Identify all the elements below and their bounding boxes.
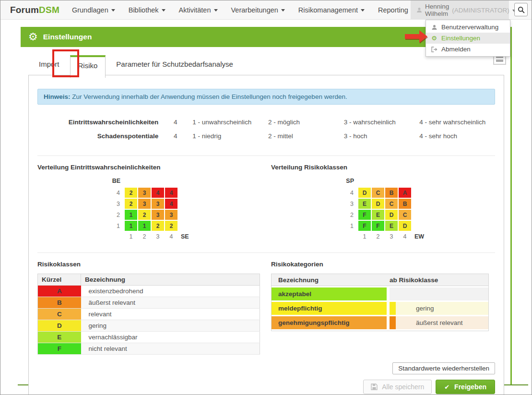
app-logo[interactable]: ForumDSM <box>10 5 59 15</box>
nav-item-label: Grundlagen <box>72 6 108 14</box>
matrix-cell[interactable]: 4 <box>152 188 164 198</box>
matrix-cell[interactable]: B <box>385 188 398 198</box>
risk-category-name-cell[interactable]: genehmigungspflichtig <box>272 316 387 329</box>
matrix-cell[interactable]: 2 <box>165 221 177 231</box>
matrix-cell[interactable]: 2 <box>125 199 137 209</box>
matrix-cell[interactable]: 2 <box>138 210 151 220</box>
matrix-row-label: 2 <box>345 209 358 220</box>
matrix-cell[interactable]: 4 <box>165 199 177 209</box>
table-row: Bäußerst relevant <box>38 297 260 309</box>
risk-class-label-cell[interactable]: gering <box>81 320 260 332</box>
parameter-level-label: 2 - mittel <box>268 132 344 140</box>
matrix-cell[interactable]: 3 <box>152 199 164 209</box>
matrix-cell[interactable]: E <box>358 199 371 209</box>
risk-class-code-cell[interactable]: F <box>38 343 81 355</box>
menu-item-benutzerverwaltung[interactable]: Benutzerverwaltung <box>426 22 510 33</box>
risk-class-code-cell[interactable]: C <box>38 309 81 320</box>
risk-category-threshold-cell[interactable] <box>396 287 488 300</box>
parameter-level-label: 1 - niedrig <box>192 132 268 140</box>
matrix-cell[interactable]: B <box>399 199 411 209</box>
nav-item-verarbeitungen[interactable]: Verarbeitungen <box>225 6 292 14</box>
matrix-cell[interactable]: E <box>385 221 398 231</box>
risiko-tab-panel: Hinweis: Zur Verwendung innerhalb der An… <box>28 75 504 395</box>
annotation-arrow <box>405 30 428 43</box>
risk-classes-title: Risikoklassen <box>37 261 266 268</box>
tab-import[interactable]: Import <box>28 54 70 75</box>
matrix-row-label: 1 <box>345 220 358 231</box>
matrix-cell[interactable]: C <box>372 188 384 198</box>
chevron-down-icon <box>281 9 285 12</box>
risk-category-threshold-cell[interactable]: äußerst relevant <box>396 316 488 329</box>
matrix-cell[interactable]: F <box>358 210 371 220</box>
risk-category-threshold-cell[interactable]: gering <box>396 302 488 315</box>
menu-item-abmelden[interactable]: Abmelden <box>426 44 510 55</box>
parameter-level-label: 4 - sehr hoch <box>419 132 495 140</box>
search-button[interactable] <box>514 3 528 16</box>
risk-class-code-cell[interactable]: E <box>38 332 81 343</box>
risk-class-code-cell[interactable]: B <box>38 297 81 309</box>
risk-class-label-cell[interactable]: existenzbedrohend <box>81 286 260 297</box>
risk-class-label-cell[interactable]: relevant <box>81 309 260 320</box>
user-role: (ADMINISTRATOR) <box>452 7 509 14</box>
matrix-cell[interactable]: 3 <box>152 210 164 220</box>
risk-class-code-cell[interactable]: D <box>38 320 81 332</box>
matrix-cell[interactable]: 1 <box>138 221 151 231</box>
matrix-spacer <box>178 209 193 220</box>
save-all-button[interactable]: Alle speichern <box>363 380 432 394</box>
matrix-cell[interactable]: 2 <box>125 188 137 198</box>
matrix-col-label: 4 <box>165 231 178 240</box>
risk-matrix: SP4DCBA3EDCB2FEDC1FFED1234EW <box>345 178 427 240</box>
risk-category-name-cell[interactable]: meldepflichtig <box>272 302 387 315</box>
matrix-cell[interactable]: 2 <box>152 221 164 231</box>
table-row: genehmigungspflichtigäußerst relevant <box>272 316 488 329</box>
risk-class-label-cell[interactable]: vernachlässigbar <box>81 332 260 343</box>
page-accent-right <box>510 27 512 385</box>
user-menu-button[interactable]: Henning Wilhelm (ADMINISTRATOR) <box>411 0 509 20</box>
sign-out-icon <box>431 47 437 52</box>
risk-classes-block: Risikoklassen KürzelBezeichnungAexistenz… <box>37 261 266 355</box>
matrix-cell[interactable]: D <box>358 188 371 198</box>
tab-parameter-f-r-schutzbedarfsanalyse[interactable]: Parameter für Schutzbedarfsanalyse <box>106 54 243 75</box>
matrix-col-label: 2 <box>138 231 151 240</box>
parameter-count-value[interactable]: 4 <box>158 132 192 140</box>
table-row: Fnicht relevant <box>38 343 260 355</box>
matrix-cell[interactable]: D <box>399 221 411 231</box>
matrix-cell[interactable]: 3 <box>165 210 177 220</box>
matrix-col-label: 1 <box>124 231 138 240</box>
risk-class-label-cell[interactable]: äußerst relevant <box>81 297 260 309</box>
matrix-cell[interactable]: F <box>358 221 371 231</box>
main-content: ⚙ Einstellungen ImportRisikoParameter fü… <box>21 27 512 395</box>
nav-item-label: Reporting <box>378 6 408 14</box>
matrix-cell[interactable]: A <box>399 188 411 198</box>
risk-class-code-cell[interactable]: A <box>38 286 81 297</box>
risk-class-label-cell[interactable]: nicht relevant <box>81 343 260 355</box>
matrix-cell[interactable]: C <box>385 199 398 209</box>
menu-item-einstellungen[interactable]: ⚙Einstellungen <box>426 33 510 44</box>
matrix-spacer <box>345 231 358 240</box>
nav-item-label: Bibliothek <box>129 6 159 14</box>
nav-item-grundlagen[interactable]: Grundlagen <box>65 6 122 14</box>
matrix-cell[interactable]: 1 <box>125 221 137 231</box>
nav-item-risikomanagement[interactable]: Risikomanagement <box>292 6 371 14</box>
release-button[interactable]: ✔ Freigeben <box>436 380 495 394</box>
risk-category-name-cell[interactable]: akzeptabel <box>272 287 387 300</box>
matrix-cell[interactable]: 3 <box>138 199 151 209</box>
matrix-cell[interactable]: C <box>399 210 411 220</box>
risk-categories-title: Risikokategorien <box>271 261 495 268</box>
nav-item-bibliothek[interactable]: Bibliothek <box>122 6 172 14</box>
tab-risiko[interactable]: Risiko <box>70 55 106 78</box>
parameter-label: Eintrittswahrscheinlichkeiten <box>37 119 158 126</box>
matrix-cell[interactable]: 4 <box>165 188 177 198</box>
matrix-cell[interactable]: D <box>372 199 384 209</box>
matrix-cell[interactable]: E <box>372 210 384 220</box>
matrix-cell[interactable]: 3 <box>138 188 151 198</box>
parameter-rows: Eintrittswahrscheinlichkeiten41 - unwahr… <box>37 115 495 143</box>
restore-defaults-button[interactable]: Standardwerte wiederherstellen <box>392 362 495 374</box>
table-row: meldepflichtiggering <box>272 302 488 315</box>
matrix-cell[interactable]: 1 <box>125 210 137 220</box>
nav-item-aktivitäten[interactable]: Aktivitäten <box>172 6 225 14</box>
parameter-count-value[interactable]: 4 <box>158 119 192 126</box>
risk-categories-table: Bezeichnungab Risikoklasseakzeptabelmeld… <box>271 274 489 331</box>
matrix-cell[interactable]: D <box>385 210 398 220</box>
matrix-cell[interactable]: F <box>372 221 384 231</box>
